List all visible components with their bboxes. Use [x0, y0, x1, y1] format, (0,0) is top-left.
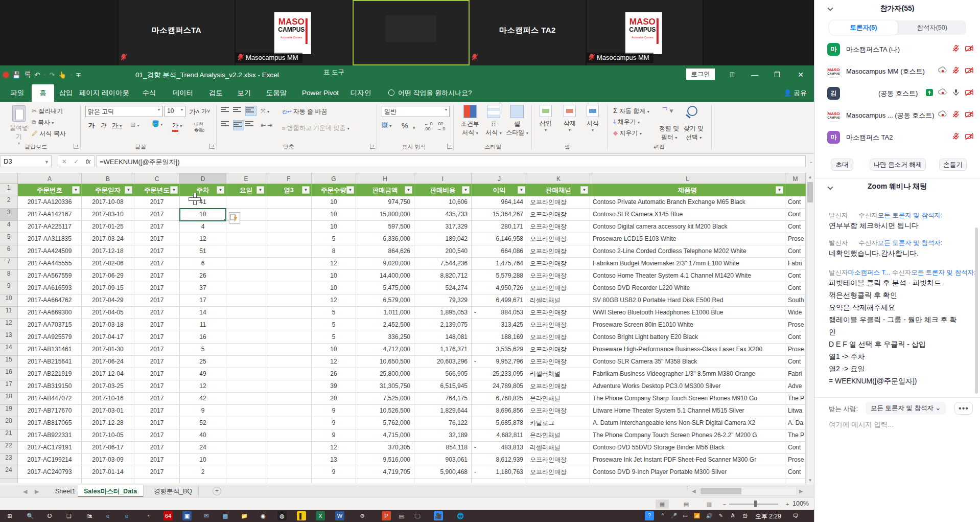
ribbon-tab-2[interactable]: 홈: [32, 84, 54, 102]
cell[interactable]: [226, 356, 266, 368]
cell[interactable]: 2017-03-09: [82, 454, 134, 466]
cell[interactable]: Adve: [785, 380, 806, 393]
cell[interactable]: 32,189: [414, 429, 472, 442]
number-format-select[interactable]: 일반▾: [382, 106, 450, 117]
cell[interactable]: 2017-AB319150: [18, 380, 82, 393]
cell[interactable]: 9: [312, 429, 356, 442]
filter-icon[interactable]: ▼: [302, 186, 310, 194]
cell[interactable]: A. Da: [785, 417, 806, 429]
cell[interactable]: 2017: [134, 221, 180, 233]
cell[interactable]: 370,305: [356, 442, 414, 454]
cell[interactable]: 854,118: [414, 442, 472, 454]
cell[interactable]: 903,061: [414, 454, 472, 466]
cell[interactable]: [226, 258, 266, 270]
cell[interactable]: 2017-01-25: [82, 221, 134, 233]
cell[interactable]: 2017: [134, 344, 180, 356]
cell[interactable]: [226, 245, 266, 258]
cell[interactable]: 14,400,000: [356, 270, 414, 282]
ribbon-display-options-icon[interactable]: ⍐: [721, 65, 743, 84]
cell[interactable]: Cont: [785, 245, 806, 258]
undo-icon[interactable]: ↶: [34, 71, 40, 79]
cell[interactable]: 2017: [134, 196, 180, 209]
align-button[interactable]: [221, 120, 232, 130]
cell[interactable]: 10,526,500: [356, 405, 414, 417]
cell[interactable]: 10: [312, 344, 356, 356]
cell[interactable]: Cont: [785, 442, 806, 454]
wrap-text-button[interactable]: 칸↩ 자동 줄 바꿈: [282, 107, 327, 116]
cell[interactable]: 2017-02-06: [82, 258, 134, 270]
invite-button[interactable]: 초대: [831, 158, 853, 171]
powerbi-icon[interactable]: ▌: [297, 511, 306, 520]
cell[interactable]: 52: [180, 417, 226, 429]
cam-off-icon[interactable]: [965, 44, 974, 53]
badge-icon[interactable]: [925, 88, 934, 97]
column-header-J[interactable]: J: [472, 173, 527, 184]
zoom-percentage[interactable]: 100%: [792, 500, 809, 507]
rec-icon[interactable]: [938, 88, 947, 97]
column-header-H[interactable]: H: [356, 173, 414, 184]
cell[interactable]: 14: [180, 307, 226, 319]
row-number-17[interactable]: 17: [0, 380, 18, 393]
cell[interactable]: 2017-03-01: [82, 405, 134, 417]
column-header-F[interactable]: F: [266, 173, 312, 184]
usb-icon[interactable]: 🖴: [397, 511, 406, 520]
cell[interactable]: 16: [180, 331, 226, 344]
row-number-21[interactable]: 21: [0, 429, 18, 442]
cell[interactable]: 2017-06-24: [82, 356, 134, 368]
flash-fill-options-button[interactable]: [229, 212, 240, 223]
cell[interactable]: Contoso DVD 9-Inch Player Portable M300 …: [590, 466, 785, 479]
sheet-tab-1[interactable]: Sales마스터_Data: [78, 485, 144, 497]
cell[interactable]: 2017-04-17: [82, 331, 134, 344]
tell-me[interactable]: 어떤 작업을 원하시나요?: [398, 89, 472, 97]
cell[interactable]: 40: [180, 429, 226, 442]
cell[interactable]: 2017-10-05: [82, 429, 134, 442]
align-button[interactable]: [233, 120, 244, 130]
paste-button[interactable]: 붙여넣기▾: [7, 105, 31, 141]
minimize-button[interactable]: —: [743, 65, 766, 84]
explorer-icon[interactable]: 📁: [240, 511, 249, 520]
cell[interactable]: 오프라인매장: [527, 466, 590, 479]
fx-icon[interactable]: fx: [86, 158, 90, 165]
cell[interactable]: 오프라인매장: [527, 331, 590, 344]
cell[interactable]: 2017: [134, 405, 180, 417]
cell[interactable]: Prose: [785, 344, 806, 356]
cell[interactable]: 26: [312, 368, 356, 380]
decrease-font-icon[interactable]: 가˅: [201, 107, 210, 115]
cell[interactable]: [266, 454, 312, 466]
participant-row[interactable]: 마마소캠퍼스TA (나): [814, 43, 980, 60]
cell[interactable]: Proseware High-Performance Business-Clas…: [590, 344, 785, 356]
indent-buttons[interactable]: ⇤ ⇥: [261, 122, 272, 129]
ribbon-tab-1[interactable]: 파일: [5, 84, 30, 102]
conditional-formatting-button[interactable]: 조건부서식 ▾: [458, 105, 482, 137]
cell[interactable]: 24,789,805: [472, 380, 527, 393]
participant-row[interactable]: MASOCAMPUSMasocampus MM (호스트): [814, 65, 980, 82]
cell[interactable]: [226, 282, 266, 294]
cell[interactable]: 764,175: [414, 393, 472, 405]
cell[interactable]: 리셀러채널: [527, 442, 590, 454]
cell[interactable]: 오프라인매장: [527, 196, 590, 209]
cell[interactable]: Fabrikam Business Videographer 1/3" 8.5m…: [590, 368, 785, 380]
cell[interactable]: [266, 417, 312, 429]
cell[interactable]: 오프라인매장: [527, 356, 590, 368]
pen-icon[interactable]: ✎: [716, 511, 726, 520]
start-button[interactable]: ⊞: [5, 511, 14, 520]
cell[interactable]: 4,682,811: [472, 429, 527, 442]
task-view-icon[interactable]: ❏: [64, 511, 74, 520]
cell[interactable]: 2017-06-29: [82, 270, 134, 282]
cell[interactable]: 10,606: [414, 196, 472, 209]
ribbon-tab-5[interactable]: 수식: [137, 84, 161, 102]
ie-icon[interactable]: e: [103, 511, 112, 520]
cell[interactable]: [266, 356, 312, 368]
cell[interactable]: [226, 405, 266, 417]
help-icon[interactable]: ?: [645, 511, 654, 520]
cell[interactable]: 5,579,288: [472, 270, 527, 282]
cell[interactable]: Adventure Works Desktop PC3.0 MS300 Silv…: [590, 380, 785, 393]
cell[interactable]: [226, 442, 266, 454]
number-dialog-launcher[interactable]: [447, 144, 452, 149]
cell[interactable]: 20: [312, 393, 356, 405]
tray-mic-icon[interactable]: 🎤: [669, 511, 679, 520]
cell[interactable]: 5: [180, 344, 226, 356]
merge-center-button[interactable]: ⧈ 병합하고 가운데 맞춤 ▾: [282, 124, 349, 132]
cell[interactable]: 2017: [134, 282, 180, 294]
rec-icon[interactable]: [938, 110, 947, 119]
